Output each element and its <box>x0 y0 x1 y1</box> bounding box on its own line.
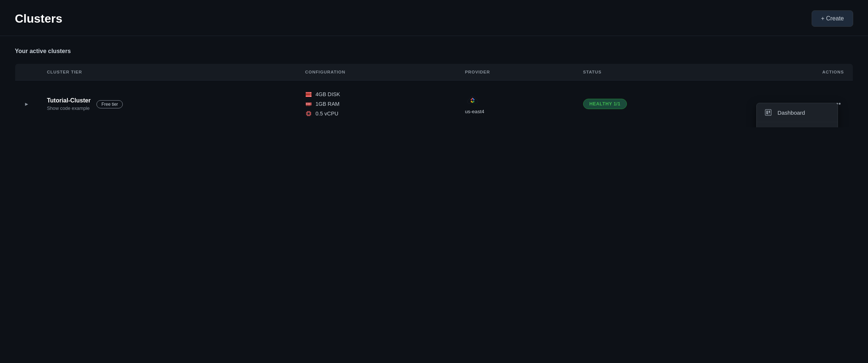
disk-icon <box>305 91 312 98</box>
svg-rect-11 <box>308 105 309 106</box>
svg-rect-31 <box>769 111 770 113</box>
table-header: CLUSTER TIER CONFIGURATION PROVIDER STAT… <box>15 64 853 81</box>
tier-badge: Free tier <box>96 100 123 108</box>
cluster-name: Tutorial-Cluster <box>47 97 91 104</box>
dropdown-item-logs[interactable]: See Logs <box>757 122 838 128</box>
provider-region: us-east4 <box>465 109 484 114</box>
svg-rect-3 <box>310 92 311 93</box>
status-cell: HEALTHY 1/1 <box>574 81 744 128</box>
svg-rect-10 <box>306 105 307 106</box>
col-header-provider: PROVIDER <box>456 64 574 81</box>
cluster-table: CLUSTER TIER CONFIGURATION PROVIDER STAT… <box>15 63 853 128</box>
cluster-tier-cell: Tutorial-Cluster Show code example Free … <box>38 81 296 128</box>
dropdown-menu: Dashboard <box>756 103 838 128</box>
main-content: Your active clusters CLUSTER TIER CONFIG… <box>0 36 868 140</box>
svg-rect-4 <box>310 94 311 95</box>
section-title: Your active clusters <box>15 48 853 55</box>
svg-rect-5 <box>310 96 311 97</box>
svg-rect-14 <box>308 112 310 115</box>
svg-rect-9 <box>309 103 310 105</box>
config-disk: 4GB DISK <box>305 91 447 98</box>
disk-label: 4GB DISK <box>316 91 340 97</box>
config-cpu: 0.5 vCPU <box>305 110 447 117</box>
configuration-cell: 4GB DISK <box>296 81 456 128</box>
cpu-label: 0.5 vCPU <box>316 111 339 117</box>
create-button[interactable]: + Create <box>812 10 853 27</box>
actions-cell[interactable]: ••• <box>744 81 853 128</box>
svg-rect-29 <box>765 109 771 115</box>
col-header-cluster-tier: CLUSTER TIER <box>38 64 296 81</box>
col-header-actions: ACTIONS <box>744 64 853 81</box>
svg-point-28 <box>472 99 474 101</box>
dropdown-item-dashboard[interactable]: Dashboard <box>757 103 838 122</box>
ram-label: 1GB RAM <box>316 101 340 107</box>
expand-arrow-icon[interactable]: ► <box>24 101 29 107</box>
page-title: Clusters <box>15 12 62 26</box>
expand-col-header <box>15 64 38 81</box>
page-header: Clusters + Create <box>0 0 868 36</box>
status-badge: HEALTHY 1/1 <box>583 99 627 109</box>
table-row: ► Tutorial-Cluster Show code example Fre… <box>15 81 853 128</box>
cpu-icon <box>305 110 312 117</box>
provider-cell: us-east4 <box>456 81 574 128</box>
ram-icon <box>305 101 312 107</box>
dashboard-label: Dashboard <box>777 109 805 116</box>
expand-cell[interactable]: ► <box>15 81 38 128</box>
dashboard-icon <box>764 108 772 117</box>
svg-rect-7 <box>306 103 307 105</box>
svg-rect-12 <box>309 105 310 106</box>
col-header-configuration: CONFIGURATION <box>296 64 456 81</box>
config-ram: 1GB RAM <box>305 101 447 107</box>
cluster-subtitle[interactable]: Show code example <box>47 105 91 111</box>
svg-rect-8 <box>308 103 309 105</box>
logs-icon <box>764 127 772 128</box>
gcp-logo-icon <box>465 94 480 107</box>
col-header-status: STATUS <box>574 64 744 81</box>
